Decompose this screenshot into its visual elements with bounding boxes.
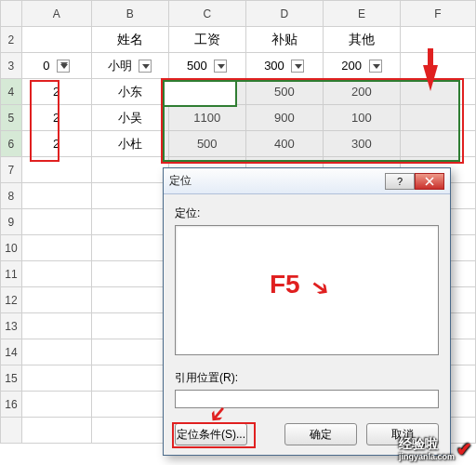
- cell-E4[interactable]: 200: [323, 79, 400, 105]
- cell-C5[interactable]: 1100: [168, 105, 245, 131]
- cell-A6[interactable]: 2: [21, 131, 91, 157]
- cell-F6[interactable]: [400, 131, 475, 157]
- cell-D4[interactable]: 500: [245, 79, 323, 105]
- annotation-arrow-icon: [423, 65, 438, 91]
- col-header-F[interactable]: F: [400, 1, 475, 27]
- cell[interactable]: [91, 287, 168, 313]
- cell-D5[interactable]: 900: [245, 105, 323, 131]
- row-header-4[interactable]: 4: [1, 79, 22, 105]
- col-header-A[interactable]: A: [21, 1, 91, 27]
- row-header-9[interactable]: 9: [1, 209, 22, 235]
- cell-E3-value: 200: [341, 59, 362, 73]
- checkmark-icon: ✔: [456, 438, 472, 460]
- col-header-D[interactable]: D: [245, 1, 323, 27]
- cell-E3[interactable]: 200: [323, 53, 400, 79]
- col-header-B[interactable]: B: [91, 1, 168, 27]
- cell-C6[interactable]: 500: [168, 131, 245, 157]
- col-header-C[interactable]: C: [168, 1, 245, 27]
- cell[interactable]: [21, 339, 91, 365]
- close-icon: [425, 177, 434, 186]
- row-header-14[interactable]: 14: [1, 339, 22, 365]
- ok-button[interactable]: 确定: [284, 423, 357, 445]
- dropdown-icon[interactable]: [139, 60, 152, 73]
- cell-B3[interactable]: 小明: [91, 53, 168, 79]
- dialog-titlebar[interactable]: 定位: [164, 168, 450, 194]
- cell[interactable]: [91, 261, 168, 287]
- dropdown-icon[interactable]: [214, 60, 227, 73]
- cell[interactable]: [21, 313, 91, 339]
- cell-C3-value: 500: [187, 59, 207, 73]
- cell-C3[interactable]: 500: [168, 53, 245, 79]
- reference-label: 引用位置(R):: [175, 370, 439, 386]
- cell-A5[interactable]: 2: [21, 105, 91, 131]
- cell-E6[interactable]: 300: [323, 131, 400, 157]
- row-header-15[interactable]: 15: [1, 365, 22, 392]
- dropdown-icon[interactable]: [369, 60, 382, 73]
- special-button[interactable]: 定位条件(S)...: [175, 423, 247, 445]
- select-all-corner[interactable]: [1, 1, 22, 27]
- goto-label: 定位:: [175, 206, 439, 221]
- row-header-16[interactable]: 16: [1, 392, 22, 418]
- cell[interactable]: [21, 392, 91, 418]
- cell-C4[interactable]: 700: [168, 79, 245, 105]
- cell[interactable]: [91, 183, 168, 209]
- row-header-10[interactable]: 10: [1, 235, 22, 261]
- cell-B2-header-name[interactable]: 姓名: [91, 27, 168, 53]
- row-header-6[interactable]: 6: [1, 131, 22, 157]
- watermark: 经验啦 jingyanla.com ✔: [399, 436, 472, 461]
- cell[interactable]: [21, 287, 91, 313]
- cell[interactable]: [21, 235, 91, 261]
- cell-A4[interactable]: 2: [21, 79, 91, 105]
- cell[interactable]: [91, 339, 168, 365]
- row-header-2[interactable]: 2: [1, 27, 22, 53]
- row-header-3[interactable]: 3: [1, 53, 22, 79]
- cell-A3[interactable]: 0: [21, 53, 91, 79]
- cell-A3-value: 0: [43, 59, 49, 73]
- annotation-f5-text: F5: [270, 270, 300, 299]
- cell[interactable]: [91, 418, 168, 444]
- help-button[interactable]: [385, 173, 415, 190]
- watermark-text: 经验啦: [399, 436, 438, 451]
- dropdown-icon[interactable]: [291, 60, 304, 73]
- cell[interactable]: [91, 365, 168, 392]
- cell-E5[interactable]: 100: [323, 105, 400, 131]
- cell-D3-value: 300: [264, 59, 284, 73]
- cell[interactable]: [21, 418, 91, 444]
- dialog-title: 定位: [169, 173, 192, 189]
- cell-E2-header-other[interactable]: 其他: [323, 27, 400, 53]
- cell-F5[interactable]: [400, 105, 475, 131]
- cell-B3-value: 小明: [108, 59, 132, 73]
- cell[interactable]: [91, 313, 168, 339]
- cell-F2[interactable]: [400, 27, 475, 53]
- row-header-7[interactable]: 7: [1, 157, 22, 183]
- row-header-17[interactable]: [1, 418, 22, 444]
- row-header-11[interactable]: 11: [1, 261, 22, 287]
- cell[interactable]: [21, 157, 91, 183]
- close-button[interactable]: [415, 173, 444, 190]
- cell-D6[interactable]: 400: [245, 131, 323, 157]
- cell-B5[interactable]: 小吴: [91, 105, 168, 131]
- cell-D2-header-allowance[interactable]: 补贴: [245, 27, 323, 53]
- filter-icon[interactable]: [57, 60, 70, 73]
- row-header-13[interactable]: 13: [1, 313, 22, 339]
- cell-B4[interactable]: 小东: [91, 79, 168, 105]
- row-header-12[interactable]: 12: [1, 287, 22, 313]
- cell[interactable]: [21, 261, 91, 287]
- watermark-sub: jingyanla.com: [399, 453, 455, 461]
- cell[interactable]: [91, 392, 168, 418]
- cell-C2-header-salary[interactable]: 工资: [168, 27, 245, 53]
- row-header-8[interactable]: 8: [1, 183, 22, 209]
- row-header-5[interactable]: 5: [1, 105, 22, 131]
- cell[interactable]: [21, 365, 91, 392]
- cell[interactable]: [91, 235, 168, 261]
- cell-D3[interactable]: 300: [245, 53, 323, 79]
- cell[interactable]: [91, 157, 168, 183]
- cell[interactable]: [91, 209, 168, 235]
- cell[interactable]: [21, 183, 91, 209]
- cell-A2[interactable]: [21, 27, 91, 53]
- col-header-E[interactable]: E: [323, 1, 400, 27]
- cell-B6[interactable]: 小杜: [91, 131, 168, 157]
- cell[interactable]: [21, 209, 91, 235]
